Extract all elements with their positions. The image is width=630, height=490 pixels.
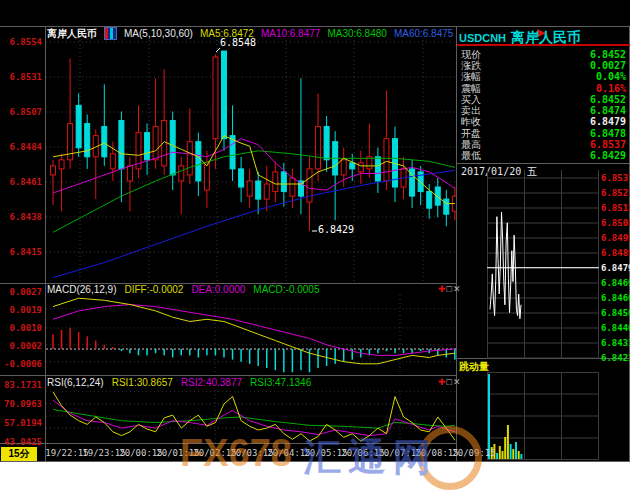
date-separator [457, 163, 630, 164]
mini-scale-label: 6.8508 [601, 218, 630, 228]
macd-axis-label: 0.0010 [0, 323, 42, 333]
add-indicator-icon[interactable]: ✚ [438, 284, 447, 294]
main-axis-label: 6.8507 [0, 107, 42, 117]
symbol-code: USDCNH [459, 32, 506, 44]
quote-row-value: 0.04% [596, 71, 626, 82]
instrument-name: 离岸人民币 [47, 27, 97, 41]
quote-row-label: 最低 [461, 150, 481, 161]
macd-axis-label: 0.0002 [0, 341, 42, 351]
quote-row: 最低6.8429 [457, 150, 628, 161]
rsi-item: RSI3:47.1346 [250, 377, 311, 388]
macd-axis-label: 0.0027 [0, 287, 42, 297]
rsi-window-controls: ✚□✕ [438, 377, 468, 387]
low-annotation: 6.8429 [318, 225, 354, 235]
quote-row: 卖出6.8474 [457, 105, 628, 116]
rsi-header: RSI(6,12,24) RSI1:30.8657RSI2:40.3877RSI… [47, 377, 319, 389]
macd-window-controls: ✚□✕ [438, 284, 468, 294]
ma-label: MA30:6.8480 [327, 28, 387, 39]
quote-rows: 现价6.8452涨跌0.0027涨幅0.04%震幅0.16%买入6.8452卖出… [457, 49, 628, 161]
time-label: 20/09:15 [452, 448, 495, 458]
rsi-separator [0, 375, 456, 376]
quote-row: 昨收6.8479 [457, 116, 628, 127]
quote-row-value: 6.8479 [590, 116, 626, 127]
mini-scale-label: 6.8527 [601, 188, 630, 198]
mini-scale-label: 6.8421 [601, 353, 630, 363]
tick-volume-label: 跳动量 [459, 360, 489, 374]
quote-row: 涨幅0.04% [457, 71, 628, 82]
add-indicator-icon[interactable]: ✚ [438, 377, 447, 387]
main-axis-label: 6.8484 [0, 142, 42, 152]
quote-row-label: 买入 [461, 94, 481, 105]
mini-scale-label: 6.8479 [601, 263, 630, 273]
quote-row-value: 6.8452 [590, 94, 626, 105]
quote-row-label: 开盘 [461, 128, 481, 139]
close-icon[interactable]: ✕ [453, 284, 462, 294]
rsi-title: RSI(6,12,24) [47, 377, 104, 389]
quote-row-label: 最高 [461, 139, 481, 150]
quote-row: 最高6.8537 [457, 139, 628, 150]
quote-row-label: 卖出 [461, 105, 481, 116]
macd-item: DIFF:-0.0002 [124, 284, 183, 295]
quote-row-value: 0.16% [596, 83, 626, 94]
mini-scale-label: 6.8431 [601, 338, 630, 348]
rsi-axis-label: 70.0963 [0, 399, 42, 409]
mini-scale-label: 6.8469 [601, 278, 630, 288]
macd-axis-label: 0.0019 [0, 305, 42, 315]
quote-row-value: 0.0027 [590, 60, 626, 71]
period-button[interactable]: 15分 [1, 447, 37, 461]
macd-item: MACD:-0.0005 [253, 284, 319, 295]
candlestick-chart[interactable] [46, 40, 456, 283]
ma-label: MA60:6.8475 [394, 28, 454, 39]
quote-row-value: 6.8474 [590, 105, 626, 116]
macd-axis-label: -0.0006 [0, 359, 42, 369]
header-underline [457, 44, 630, 46]
intraday-mini-chart[interactable] [487, 170, 600, 359]
quote-row: 现价6.8452 [457, 49, 628, 60]
quote-row-label: 昨收 [461, 116, 481, 127]
quote-row-label: 涨跌 [461, 60, 481, 71]
kline-icon[interactable] [104, 27, 117, 40]
rsi-axis-label: 83.1731 [0, 380, 42, 390]
rsi-values: RSI1:30.8657RSI2:40.3877RSI3:47.1346 [112, 377, 320, 389]
quote-row: 开盘6.8478 [457, 128, 628, 139]
quote-row-label: 涨幅 [461, 71, 481, 82]
main-axis-label: 6.8415 [0, 247, 42, 257]
timeaxis-separator [0, 443, 456, 444]
bottom-border [0, 461, 630, 462]
high-annotation: 6.8548 [220, 38, 256, 48]
quote-row-value: 6.8429 [590, 150, 626, 161]
mini-scale-label: 6.8450 [601, 308, 630, 318]
mini-scale-label: 6.8518 [601, 203, 630, 213]
mini-scale-label: 6.8499 [601, 233, 630, 243]
quote-row-label: 震幅 [461, 83, 481, 94]
main-axis-label: 6.8554 [0, 37, 42, 47]
quote-row-value: 6.8452 [590, 49, 626, 60]
mini-scale-label: 6.8440 [601, 323, 630, 333]
macd-chart[interactable] [46, 295, 456, 374]
ma-label: MA10:6.8477 [261, 28, 321, 39]
rsi-chart[interactable] [46, 390, 456, 443]
close-icon[interactable]: ✕ [453, 377, 462, 387]
mini-scale-label: 6.8460 [601, 293, 630, 303]
quote-row-value: 6.8537 [590, 139, 626, 150]
symbol-name: 离岸人民币 [511, 29, 581, 45]
screenshot-root: { "title_bar": { "instrument": "离岸人民币", … [0, 0, 630, 490]
quote-row: 涨跌0.0027 [457, 60, 628, 71]
rsi-axis-label: 57.0194 [0, 418, 42, 428]
rsi-item: RSI2:40.3877 [181, 377, 242, 388]
ma-settings-label: MA(5,10,30,60) [124, 28, 193, 39]
mini-scale-label: 6.8489 [601, 248, 630, 258]
main-axis-label: 6.8531 [0, 72, 42, 82]
quote-row-label: 现价 [461, 49, 481, 60]
quote-row-value: 6.8478 [590, 128, 626, 139]
main-axis-label: 6.8438 [0, 212, 42, 222]
main-axis-label: 6.8461 [0, 177, 42, 187]
rsi-item: RSI1:30.8657 [112, 377, 173, 388]
tick-volume-chart[interactable] [487, 372, 600, 460]
rsi-axis-label: 43.9425 [0, 437, 42, 447]
macd-item: DEA:0.0000 [191, 284, 245, 295]
quote-row: 震幅0.16% [457, 83, 628, 94]
quote-row: 买入6.8452 [457, 94, 628, 105]
trading-terminal: 离岸人民币 MA(5,10,30,60) MA5:6.8472MA10:6.84… [0, 0, 630, 462]
mini-scale-label: 6.8537 [601, 173, 630, 183]
